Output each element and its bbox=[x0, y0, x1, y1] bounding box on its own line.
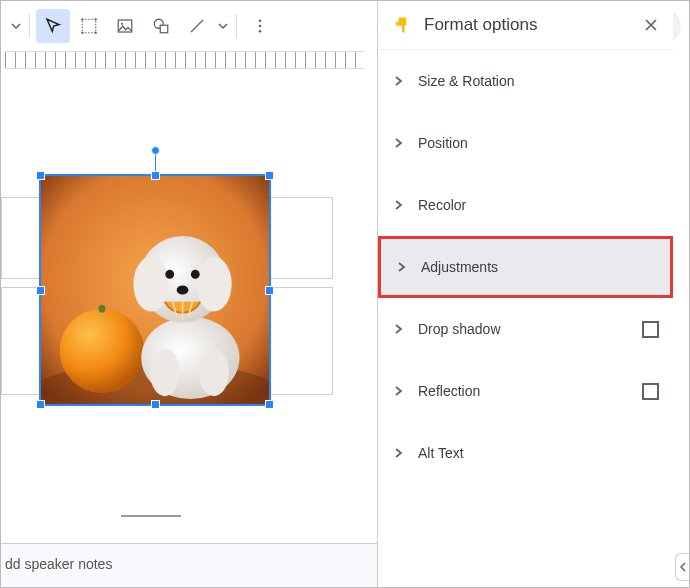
row-label: Adjustments bbox=[421, 259, 656, 275]
rotation-handle[interactable] bbox=[151, 146, 160, 155]
svg-rect-0 bbox=[82, 19, 96, 33]
resize-handle-ml[interactable] bbox=[36, 286, 45, 295]
slide-canvas[interactable] bbox=[1, 69, 379, 529]
image-tool[interactable] bbox=[108, 9, 142, 43]
row-position[interactable]: Position bbox=[378, 112, 673, 174]
svg-point-19 bbox=[199, 349, 228, 396]
svg-point-25 bbox=[177, 286, 189, 295]
svg-point-3 bbox=[81, 32, 83, 34]
row-adjustments[interactable]: Adjustments bbox=[378, 236, 673, 298]
chevron-right-icon bbox=[395, 261, 407, 273]
row-label: Recolor bbox=[418, 197, 659, 213]
more-tools[interactable] bbox=[243, 9, 277, 43]
row-alt-text[interactable]: Alt Text bbox=[378, 422, 673, 484]
row-label: Size & Rotation bbox=[418, 73, 659, 89]
ruler bbox=[5, 51, 365, 69]
resize-handle-mr[interactable] bbox=[265, 286, 274, 295]
drop-shadow-checkbox[interactable] bbox=[642, 321, 659, 338]
svg-point-24 bbox=[191, 270, 200, 279]
svg-point-6 bbox=[121, 23, 123, 25]
row-label: Alt Text bbox=[418, 445, 659, 461]
chevron-right-icon bbox=[392, 75, 404, 87]
resize-handle-bl[interactable] bbox=[36, 400, 45, 409]
svg-point-23 bbox=[165, 270, 174, 279]
select-tool[interactable] bbox=[36, 9, 70, 43]
row-drop-shadow[interactable]: Drop shadow bbox=[378, 298, 673, 360]
separator bbox=[236, 14, 237, 38]
image-content bbox=[41, 176, 269, 404]
svg-point-16 bbox=[98, 305, 105, 313]
reflection-checkbox[interactable] bbox=[642, 383, 659, 400]
row-size-rotation[interactable]: Size & Rotation bbox=[378, 50, 673, 112]
row-label: Drop shadow bbox=[418, 321, 628, 337]
resize-handle-bm[interactable] bbox=[151, 400, 160, 409]
row-label: Reflection bbox=[418, 383, 628, 399]
chevron-right-icon bbox=[392, 199, 404, 211]
close-icon[interactable] bbox=[643, 17, 659, 33]
resize-handle-br[interactable] bbox=[265, 400, 274, 409]
chevron-right-icon bbox=[392, 385, 404, 397]
line-dropdown[interactable] bbox=[216, 9, 230, 43]
svg-point-10 bbox=[259, 19, 262, 22]
speaker-notes[interactable]: dd speaker notes bbox=[1, 543, 379, 587]
resize-handle-tl[interactable] bbox=[36, 171, 45, 180]
zoom-dropdown[interactable] bbox=[9, 9, 23, 43]
svg-point-22 bbox=[196, 257, 231, 312]
svg-point-11 bbox=[259, 25, 262, 28]
panel-title: Format options bbox=[424, 15, 631, 35]
svg-rect-5 bbox=[118, 20, 132, 32]
chevron-right-icon bbox=[392, 447, 404, 459]
panel-header: Format options bbox=[378, 1, 673, 50]
row-recolor[interactable]: Recolor bbox=[378, 174, 673, 236]
svg-point-21 bbox=[133, 257, 168, 312]
resize-handle-tm[interactable] bbox=[151, 171, 160, 180]
chevron-right-icon bbox=[392, 323, 404, 335]
svg-line-9 bbox=[191, 20, 203, 32]
svg-point-4 bbox=[95, 32, 97, 34]
svg-point-12 bbox=[259, 30, 262, 33]
chevron-right-icon bbox=[392, 137, 404, 149]
textbox-tool[interactable] bbox=[72, 9, 106, 43]
format-paint-icon bbox=[392, 15, 412, 35]
row-reflection[interactable]: Reflection bbox=[378, 360, 673, 422]
slide-divider bbox=[121, 515, 181, 517]
svg-point-18 bbox=[150, 349, 179, 396]
svg-point-2 bbox=[95, 18, 97, 20]
line-tool[interactable] bbox=[180, 9, 214, 43]
side-panel-toggle[interactable] bbox=[675, 553, 689, 581]
svg-rect-8 bbox=[160, 25, 168, 33]
svg-point-15 bbox=[60, 309, 145, 394]
svg-point-1 bbox=[81, 18, 83, 20]
resize-handle-tr[interactable] bbox=[265, 171, 274, 180]
selected-image[interactable] bbox=[39, 174, 271, 406]
row-label: Position bbox=[418, 135, 659, 151]
speaker-notes-placeholder: dd speaker notes bbox=[5, 556, 112, 572]
format-options-panel: Format options Size & Rotation Position … bbox=[377, 1, 673, 587]
separator bbox=[29, 14, 30, 38]
shape-tool[interactable] bbox=[144, 9, 178, 43]
